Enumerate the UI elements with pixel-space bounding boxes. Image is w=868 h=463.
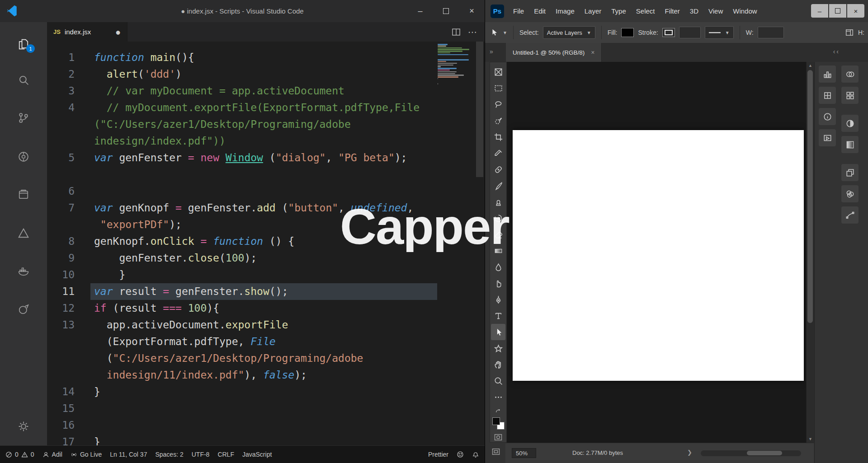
close-button[interactable]: × xyxy=(459,0,485,22)
language-mode[interactable]: JavaScript xyxy=(242,451,272,458)
ps-maximize-button[interactable] xyxy=(829,4,846,18)
quick-selection-tool[interactable] xyxy=(491,112,505,129)
editor-actions-icon[interactable]: ⋯ xyxy=(468,27,477,37)
line-number[interactable] xyxy=(47,333,75,350)
foreground-color-chip[interactable] xyxy=(492,417,500,425)
marquee-tool[interactable] xyxy=(491,80,505,96)
menu-select[interactable]: Select xyxy=(636,7,655,15)
status-chevron-icon[interactable]: ❯ xyxy=(687,449,692,456)
fill-swatch[interactable] xyxy=(621,28,634,37)
stroke-swatch[interactable] xyxy=(662,28,675,37)
scroll-down-icon[interactable]: ▼ xyxy=(807,437,814,441)
line-number[interactable]: 13 xyxy=(47,317,75,333)
line-number[interactable]: 12 xyxy=(47,300,75,317)
code-line[interactable]: ("C:/Users/azer1/Desktop/Programing/adob… xyxy=(47,350,485,367)
line-number[interactable]: 9 xyxy=(47,250,75,267)
code-line[interactable] xyxy=(47,166,485,183)
layers-panel-icon[interactable] xyxy=(841,164,859,181)
menu-window[interactable]: Window xyxy=(733,7,757,15)
line-number[interactable]: 8 xyxy=(47,233,75,250)
stroke-width-field[interactable] xyxy=(679,27,701,38)
custom-shape-tool[interactable] xyxy=(491,340,505,356)
code-line[interactable]: 10 } xyxy=(47,267,485,283)
code-line[interactable]: 9 genFenster.close(100); xyxy=(47,250,485,267)
lasso-tool[interactable] xyxy=(491,96,505,112)
eyedropper-tool[interactable] xyxy=(491,145,505,161)
ps-close-button[interactable]: × xyxy=(847,4,864,18)
cursor-position[interactable]: Ln 11, Col 37 xyxy=(110,451,147,458)
line-number[interactable]: 3 xyxy=(47,83,75,99)
grid-panel-icon[interactable] xyxy=(819,87,836,104)
settings-gear-icon[interactable] xyxy=(0,416,47,437)
panel-toggle-icon[interactable] xyxy=(845,28,854,37)
line-number[interactable]: 7 xyxy=(47,200,75,216)
menu-edit[interactable]: Edit xyxy=(534,7,546,15)
tool-preset-caret-icon[interactable]: ▼ xyxy=(503,30,507,35)
source-control-icon[interactable] xyxy=(0,107,47,129)
menu-file[interactable]: File xyxy=(513,7,524,15)
code-line[interactable]: indesign/index.pdf")) xyxy=(47,133,485,150)
code-line[interactable]: 2 alert('ddd') xyxy=(47,66,485,83)
unsaved-dot-icon[interactable]: ● xyxy=(115,28,121,37)
foreground-background-colors[interactable] xyxy=(492,417,505,430)
encoding[interactable]: UTF-8 xyxy=(192,451,210,458)
docker-icon[interactable] xyxy=(0,260,47,281)
line-number[interactable]: 2 xyxy=(47,66,75,83)
swatches-panel-icon[interactable] xyxy=(841,87,859,104)
adjustments-panel-icon[interactable] xyxy=(841,115,859,132)
path-select-tool[interactable] xyxy=(491,324,505,340)
menu-3d[interactable]: 3D xyxy=(690,7,698,15)
menu-view[interactable]: View xyxy=(708,7,723,15)
brush-tool[interactable] xyxy=(491,178,505,194)
document-tab[interactable]: Untitled-1 @ 50% (RGB/8) × xyxy=(506,43,602,62)
code-line[interactable]: ("C:/Users/azer1/Desktop/Programing/adob… xyxy=(47,116,485,133)
canvas-vertical-scrollbar[interactable]: ▲ ▼ xyxy=(806,62,814,443)
color-panel-icon[interactable] xyxy=(841,65,859,83)
code-line-current[interactable]: 11var result = genFenster.show(); xyxy=(47,283,485,300)
extension-broadcast-icon[interactable] xyxy=(0,146,47,168)
eol-sequence[interactable]: CRLF xyxy=(217,451,234,458)
code-line[interactable]: 14} xyxy=(47,383,485,400)
type-tool[interactable] xyxy=(491,308,505,324)
canvas-horizontal-scrollbar[interactable] xyxy=(701,450,801,456)
vscode-titlebar[interactable]: ● index.jsx - Scripts - Visual Studio Co… xyxy=(0,0,485,22)
search-icon[interactable] xyxy=(0,69,47,91)
line-number[interactable]: 17 xyxy=(47,434,75,445)
code-line[interactable]: 3 // var myDocument = app.activeDocument xyxy=(47,83,485,99)
extension-misc-icon[interactable] xyxy=(0,299,47,320)
minimap[interactable] xyxy=(438,44,474,85)
scroll-up-icon[interactable]: ▲ xyxy=(807,63,814,68)
ps-minimize-button[interactable]: – xyxy=(811,4,828,18)
code-line[interactable]: 16 xyxy=(47,417,485,434)
width-field[interactable] xyxy=(758,27,784,38)
indentation[interactable]: Spaces: 2 xyxy=(155,451,183,458)
code-line[interactable]: 13 app.activeDocument.exportFile xyxy=(47,317,485,333)
select-mode-dropdown[interactable]: Active Layers▼ xyxy=(543,26,595,39)
document-close-icon[interactable]: × xyxy=(591,49,594,56)
line-number[interactable]: 15 xyxy=(47,400,75,417)
frame-tool[interactable] xyxy=(491,64,505,80)
menu-filter[interactable]: Filter xyxy=(665,7,680,15)
code-line[interactable]: 4 // myDocument.exportFile(ExportFormat.… xyxy=(47,99,485,116)
menu-image[interactable]: Image xyxy=(556,7,575,15)
healing-brush-tool[interactable] xyxy=(491,161,505,178)
line-number[interactable]: 4 xyxy=(47,99,75,116)
crop-tool[interactable] xyxy=(491,129,505,145)
blur-tool[interactable] xyxy=(491,259,505,275)
screen-mode-icon[interactable] xyxy=(491,447,500,456)
code-line[interactable]: 15 xyxy=(47,400,485,417)
zoom-tool[interactable] xyxy=(491,373,505,389)
line-number[interactable] xyxy=(47,116,75,133)
line-number[interactable] xyxy=(47,166,75,183)
go-live-button[interactable]: Go Live xyxy=(71,451,102,458)
tab-index-jsx[interactable]: JS index.jsx ● xyxy=(47,22,127,42)
hand-tool[interactable] xyxy=(491,356,505,373)
minimize-button[interactable]: – xyxy=(407,0,433,22)
line-number[interactable] xyxy=(47,216,75,233)
document-canvas[interactable] xyxy=(513,130,804,381)
split-editor-icon[interactable] xyxy=(452,28,461,37)
line-number[interactable]: 1 xyxy=(47,49,75,66)
paths-panel-icon[interactable] xyxy=(841,206,859,224)
line-number[interactable] xyxy=(47,133,75,150)
more-tools[interactable] xyxy=(491,389,505,405)
